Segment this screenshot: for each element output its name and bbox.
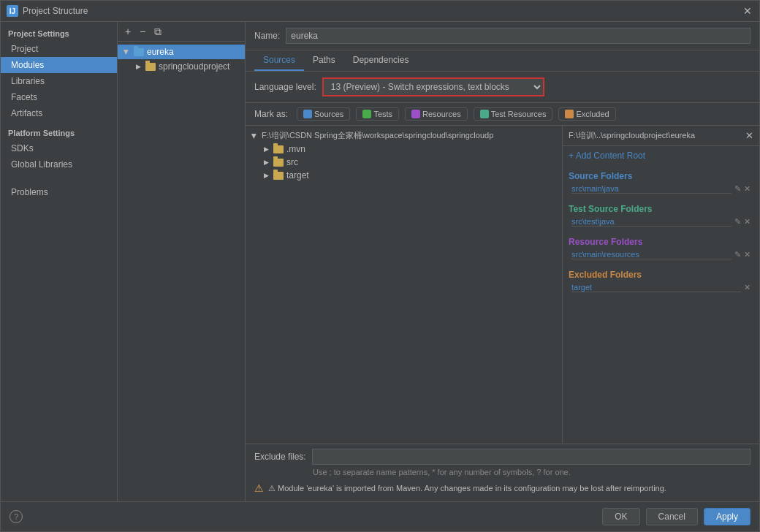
tree-item-eureka[interactable]: ▶ eureka — [118, 45, 245, 59]
tree-label-target: target — [286, 170, 309, 180]
language-level-wrapper: 13 (Preview) - Switch expressions, text … — [322, 77, 544, 96]
source-folders-section: Source Folders src\main\java ✎ ✕ — [563, 165, 759, 198]
mark-tests-label: Tests — [373, 110, 392, 118]
close-button[interactable]: ✕ — [742, 5, 753, 17]
mark-as-tests-button[interactable]: Tests — [356, 107, 399, 121]
help-button[interactable]: ? — [10, 510, 23, 523]
excluded-folder-entry-0: target ✕ — [569, 281, 753, 294]
test-resources-icon — [480, 110, 489, 118]
test-source-folder-path-0: src\test\java — [571, 217, 732, 227]
tree-label-springcloudproject: springcloudproject — [159, 61, 229, 72]
expand-arrow-springcloudproject: ▶ — [134, 62, 142, 71]
app-icon: IJ — [7, 5, 18, 17]
tab-paths[interactable]: Paths — [304, 50, 344, 71]
excluded-folder-actions-0: ✕ — [744, 283, 750, 292]
source-folder-remove-0[interactable]: ✕ — [744, 184, 750, 194]
sidebar-item-sdks[interactable]: SDKs — [1, 140, 117, 156]
source-folder-edit-0[interactable]: ✎ — [734, 184, 741, 194]
tab-sources[interactable]: Sources — [254, 50, 304, 71]
sidebar: Project Settings Project Modules Librari… — [1, 22, 118, 501]
title-bar: IJ Project Structure ✕ — [1, 1, 759, 22]
warning-icon: ⚠ — [254, 482, 264, 494]
file-tree-panel: ▶ F:\培训\CSDN Spring全家桶\workspace\springc… — [246, 126, 562, 444]
source-folder-path-0: src\main\java — [571, 184, 732, 194]
target-expand-arrow: ▶ — [262, 171, 270, 180]
name-label: Name: — [254, 31, 280, 41]
source-folder-actions-0: ✎ ✕ — [734, 184, 750, 194]
resource-folders-section: Resource Folders src\main\resources ✎ ✕ — [563, 231, 759, 264]
apply-button[interactable]: Apply — [704, 508, 750, 525]
resources-icon — [411, 110, 420, 118]
excluded-icon — [565, 110, 574, 118]
resource-folders-title: Resource Folders — [569, 234, 753, 248]
exclude-files-input[interactable] — [312, 449, 750, 465]
mark-as-resources-button[interactable]: Resources — [405, 107, 468, 121]
excluded-folder-remove-0[interactable]: ✕ — [744, 283, 750, 292]
tree-label-src: src — [286, 157, 298, 167]
split-panel: ▶ F:\培训\CSDN Spring全家桶\workspace\springc… — [246, 126, 759, 444]
mvn-expand-arrow: ▶ — [262, 145, 270, 153]
tree-label-mvn: .mvn — [286, 144, 305, 154]
folder-icon-target — [273, 172, 284, 180]
module-toolbar: + − ⧉ — [118, 22, 245, 42]
tabs-row: Sources Paths Dependencies — [246, 50, 759, 72]
excluded-folders-section: Excluded Folders target ✕ — [563, 264, 759, 297]
resource-folder-edit-0[interactable]: ✎ — [734, 250, 741, 259]
sidebar-item-facets[interactable]: Facets — [1, 89, 117, 105]
mark-sources-label: Sources — [314, 110, 343, 118]
project-settings-title: Project Settings — [1, 25, 117, 41]
test-source-folder-actions-0: ✎ ✕ — [734, 217, 750, 227]
name-input[interactable] — [286, 28, 750, 44]
ok-button[interactable]: OK — [602, 508, 639, 525]
sidebar-item-artifacts[interactable]: Artifacts — [1, 105, 117, 121]
test-source-folder-edit-0[interactable]: ✎ — [734, 217, 741, 227]
dialog-buttons: ? OK Cancel Apply — [1, 501, 759, 531]
test-source-folders-title: Test Source Folders — [569, 201, 753, 216]
exclude-files-label: Exclude files: — [254, 452, 306, 462]
test-source-folder-remove-0[interactable]: ✕ — [744, 217, 750, 227]
file-tree-root[interactable]: ▶ F:\培训\CSDN Spring全家桶\workspace\springc… — [246, 129, 562, 142]
src-expand-arrow: ▶ — [262, 158, 270, 167]
dialog-title: Project Structure — [23, 6, 742, 16]
sidebar-item-global-libraries[interactable]: Global Libraries — [1, 156, 117, 172]
root-path-label: F:\培训\CSDN Spring全家桶\workspace\springclo… — [262, 130, 493, 141]
remove-module-button[interactable]: − — [137, 25, 148, 38]
file-tree-item-src[interactable]: ▶ src — [246, 156, 562, 169]
language-level-row: Language level: 13 (Preview) - Switch ex… — [246, 72, 759, 103]
test-source-folders-section: Test Source Folders src\test\java ✎ ✕ — [563, 198, 759, 231]
folder-icon-springcloudproject — [145, 63, 156, 71]
sidebar-item-libraries[interactable]: Libraries — [1, 73, 117, 89]
folders-panel-close[interactable]: ✕ — [745, 130, 753, 141]
folder-icon-src — [273, 159, 284, 167]
file-tree-item-mvn[interactable]: ▶ .mvn — [246, 142, 562, 156]
resource-folder-remove-0[interactable]: ✕ — [744, 250, 750, 259]
sidebar-item-problems[interactable]: Problems — [1, 184, 117, 200]
file-tree-item-target[interactable]: ▶ target — [246, 169, 562, 182]
mark-resources-label: Resources — [422, 110, 461, 118]
mark-as-label: Mark as: — [254, 109, 288, 119]
exclude-files-hint: Use ; to separate name patterns, * for a… — [254, 468, 750, 476]
excluded-folders-title: Excluded Folders — [569, 267, 753, 281]
sidebar-item-project[interactable]: Project — [1, 41, 117, 57]
resource-folder-entry-0: src\main\resources ✎ ✕ — [569, 248, 753, 261]
mark-as-excluded-button[interactable]: Excluded — [558, 107, 615, 121]
mark-as-test-resources-button[interactable]: Test Resources — [474, 107, 553, 121]
cancel-button[interactable]: Cancel — [646, 508, 698, 525]
warning-text: ⚠ Module 'eureka' is imported from Maven… — [268, 484, 666, 493]
mark-as-sources-button[interactable]: Sources — [297, 107, 350, 121]
sidebar-item-modules[interactable]: Modules — [1, 57, 117, 73]
folder-icon-eureka — [134, 48, 144, 56]
add-module-button[interactable]: + — [122, 25, 134, 38]
bottom-area: Exclude files: Use ; to separate name pa… — [246, 444, 759, 501]
language-level-select[interactable]: 13 (Preview) - Switch expressions, text … — [324, 79, 543, 95]
name-row: Name: — [246, 22, 759, 50]
mark-excluded-label: Excluded — [576, 110, 609, 118]
project-structure-dialog: IJ Project Structure ✕ Project Settings … — [0, 0, 760, 532]
mark-test-resources-label: Test Resources — [491, 110, 547, 118]
test-source-folder-entry-0: src\test\java ✎ ✕ — [569, 216, 753, 228]
copy-module-button[interactable]: ⧉ — [151, 25, 164, 38]
tree-item-springcloudproject[interactable]: ▶ springcloudproject — [118, 59, 245, 74]
tab-dependencies[interactable]: Dependencies — [344, 50, 418, 71]
module-panel: + − ⧉ ▶ eureka ▶ springcloudproject — [118, 22, 246, 501]
add-content-root-button[interactable]: + Add Content Root — [563, 146, 759, 165]
